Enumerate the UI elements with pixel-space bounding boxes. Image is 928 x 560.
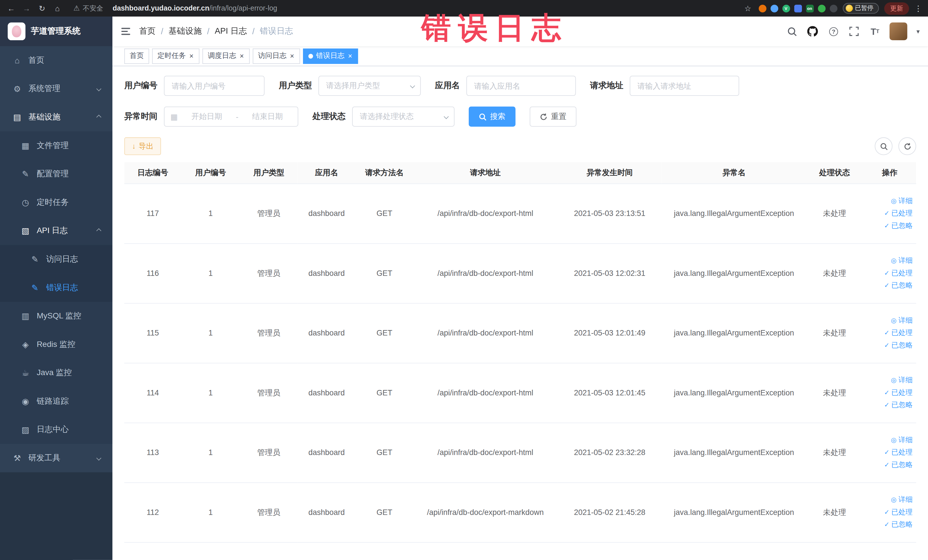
detail-link[interactable]: ◎详细 (865, 314, 913, 327)
ignored-link[interactable]: ✓已忽略 (865, 399, 913, 411)
back-icon[interactable]: ← (6, 4, 17, 12)
paused-badge[interactable]: 已暂停 (843, 3, 879, 14)
close-icon[interactable]: × (348, 52, 353, 60)
extension-paw-icon[interactable] (830, 5, 837, 12)
sidebar-item-trace[interactable]: ◉链路追踪 (0, 387, 112, 416)
home-browser-icon[interactable]: ⌂ (52, 4, 63, 12)
update-button[interactable]: 更新 (884, 2, 909, 15)
extension-orange-icon[interactable] (759, 5, 766, 12)
github-icon[interactable] (807, 25, 819, 37)
sidebar-item-mysql-monitor[interactable]: ▥MySQL 监控 (0, 302, 112, 330)
ignored-link[interactable]: ✓已忽略 (865, 459, 913, 471)
close-icon[interactable]: × (290, 52, 295, 60)
user-id-input[interactable] (164, 76, 265, 96)
sidebar-item-scheduled-tasks[interactable]: ◷定时任务 (0, 188, 112, 217)
reload-icon[interactable]: ↻ (37, 4, 47, 12)
detail-link[interactable]: ◎详细 (865, 374, 913, 386)
sidebar-item-system-management[interactable]: ⚙系统管理 (0, 75, 112, 103)
cell-method: GET (356, 423, 414, 482)
tab-home[interactable]: 首页 (124, 48, 149, 64)
process-status-select[interactable]: 请选择处理状态 (352, 107, 455, 127)
request-url-input[interactable] (630, 76, 739, 96)
export-button[interactable]: ↓ 导出 (124, 137, 161, 155)
eye-icon: ◎ (891, 314, 897, 327)
tab-label: 首页 (130, 51, 144, 61)
sidebar-item-file-management[interactable]: ▦文件管理 (0, 131, 112, 160)
reset-button[interactable]: 重置 (530, 107, 577, 127)
detail-link[interactable]: ◎详细 (865, 195, 913, 208)
filter-process-status: 处理状态 请选择处理状态 (312, 107, 455, 127)
security-chip[interactable]: ⚠ 不安全 (73, 4, 103, 12)
extension-on-icon[interactable]: on (806, 5, 814, 12)
sidebar-item-java-monitor[interactable]: ☕Java 监控 (0, 359, 112, 387)
tab-scheduled-tasks[interactable]: 定时任务× (152, 48, 199, 64)
user-avatar[interactable] (890, 23, 907, 40)
action-label: 详细 (898, 314, 913, 327)
column-header: 请求方法名 (356, 162, 414, 183)
refresh-button[interactable] (898, 137, 916, 155)
ignored-link[interactable]: ✓已忽略 (865, 339, 913, 352)
close-icon[interactable]: × (189, 52, 194, 60)
detail-link[interactable]: ◎详细 (865, 434, 913, 447)
sidebar-item-redis-monitor[interactable]: ◈Redis 监控 (0, 330, 112, 359)
column-header: 异常名 (662, 162, 806, 183)
sidebar-item-home[interactable]: ⌂首页 (0, 46, 112, 75)
breadcrumb-item[interactable]: 基础设施 (169, 26, 202, 37)
help-icon[interactable]: ? (827, 25, 839, 37)
browser-menu-icon[interactable]: ⋮ (914, 4, 922, 12)
detail-link[interactable]: ◎详细 (865, 255, 913, 267)
sidebar-item-dev-tools[interactable]: ⚒研发工具 (0, 444, 112, 472)
sidebar-item-log-center[interactable]: ▨日志中心 (0, 415, 112, 444)
sidebar-item-infrastructure[interactable]: ▤基础设施 (0, 103, 112, 131)
sidebar-item-label: 定时任务 (37, 197, 69, 208)
table-row: 1171管理员dashboardGET/api/infra/db-doc/exp… (124, 183, 916, 243)
search-toggle-button[interactable] (875, 137, 892, 155)
forward-icon[interactable]: → (21, 4, 32, 12)
ignored-link[interactable]: ✓已忽略 (865, 518, 913, 531)
extension-drop-icon[interactable] (770, 5, 778, 12)
sidebar-item-config-management[interactable]: ✎配置管理 (0, 160, 112, 188)
check-icon: ✓ (884, 446, 890, 459)
bookmark-star-icon[interactable]: ☆ (743, 4, 753, 12)
tab-label: 访问日志 (258, 51, 287, 61)
logo-image (8, 23, 25, 40)
column-header: 用户编号 (182, 162, 240, 183)
sidebar-item-access-log[interactable]: ✎访问日志 (0, 245, 112, 273)
font-size-icon[interactable]: TT (869, 25, 881, 37)
processed-link[interactable]: ✓已处理 (865, 207, 913, 220)
tab-schedule-log[interactable]: 调度日志× (203, 48, 250, 64)
sidebar-filler (0, 472, 112, 560)
processed-link[interactable]: ✓已处理 (865, 386, 913, 399)
top-navbar: 首页 / 基础设施 / API 日志 / 错误日志 ? (112, 17, 928, 46)
sidebar-item-api-log[interactable]: ▧API 日志 (0, 217, 112, 245)
sidebar-collapse-icon[interactable] (112, 28, 139, 35)
sidebar-item-error-log[interactable]: ✎错误日志 (0, 273, 112, 302)
sidebar-item-label: API 日志 (37, 225, 68, 236)
ignored-link[interactable]: ✓已忽略 (865, 279, 913, 292)
action-label: 已忽略 (891, 339, 913, 352)
close-icon[interactable]: × (239, 52, 244, 60)
processed-link[interactable]: ✓已处理 (865, 446, 913, 459)
exception-time-range[interactable]: ▦ 开始日期 - 结束日期 (164, 107, 298, 127)
user-type-select[interactable]: 请选择用户类型 (318, 76, 421, 96)
fullscreen-icon[interactable] (849, 25, 860, 37)
extension-leaf-icon[interactable] (818, 5, 825, 12)
processed-link[interactable]: ✓已处理 (865, 327, 913, 339)
search-button[interactable]: 搜索 (469, 107, 516, 127)
breadcrumb-item[interactable]: API 日志 (215, 26, 247, 37)
ignored-link[interactable]: ✓已忽略 (865, 220, 913, 232)
processed-link[interactable]: ✓已处理 (865, 506, 913, 519)
search-icon[interactable] (786, 25, 798, 37)
tab-access-log[interactable]: 访问日志× (253, 48, 300, 64)
detail-link[interactable]: ◎详细 (865, 493, 913, 506)
logo[interactable]: 芋道管理系统 (0, 17, 112, 46)
breadcrumb-item[interactable]: 首页 (139, 26, 156, 37)
tab-error-log[interactable]: 错误日志× (303, 48, 358, 64)
extension-v-icon[interactable]: V (782, 5, 790, 12)
app-name-input[interactable] (466, 76, 576, 96)
caret-down-icon[interactable]: ▾ (916, 27, 919, 35)
search-button-label: 搜索 (490, 111, 505, 122)
address-bar[interactable]: dashboard.yudao.iocoder.cn /infra/log/ap… (113, 4, 738, 12)
processed-link[interactable]: ✓已处理 (865, 267, 913, 279)
extension-grid-icon[interactable] (794, 5, 801, 12)
